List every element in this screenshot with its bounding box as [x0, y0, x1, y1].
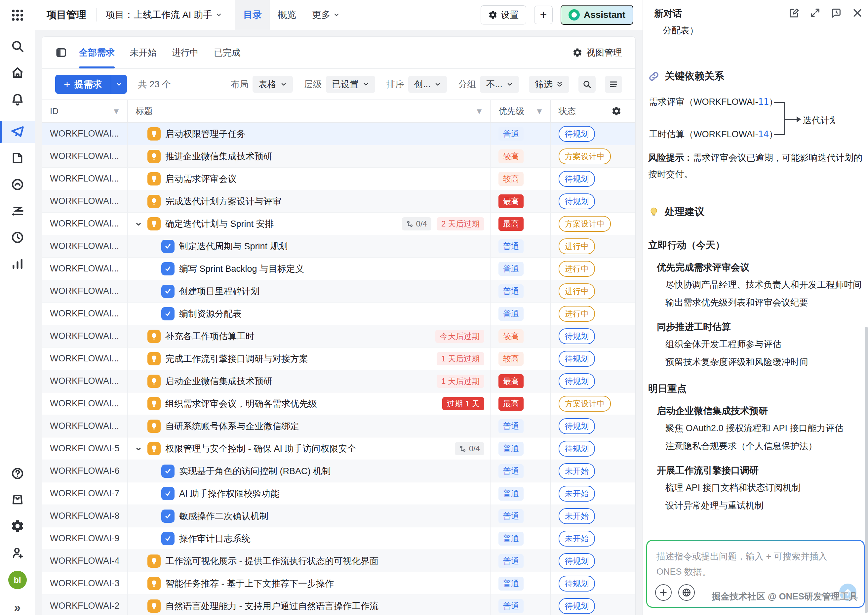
- new-chat-icon[interactable]: [789, 7, 799, 19]
- home-icon[interactable]: [0, 62, 35, 83]
- report-icon[interactable]: [0, 253, 35, 275]
- view-manage-button[interactable]: 视图管理: [572, 47, 622, 59]
- status-pill[interactable]: 方案设计中: [559, 148, 611, 164]
- issue-title[interactable]: 启动需求评审会议: [165, 173, 237, 185]
- collapse-chevron-icon[interactable]: [135, 220, 142, 228]
- sort-select[interactable]: 创...: [408, 76, 447, 93]
- status-pill[interactable]: 未开始: [559, 531, 595, 546]
- table-row[interactable]: WORKFLOWAI... 编写 Sprint Backlog 与目标定义 普通…: [42, 258, 635, 280]
- table-row[interactable]: WORKFLOWAI... 推进企业微信集成技术预研 较高 方案设计中: [42, 145, 635, 168]
- issue-title[interactable]: 敏感操作二次确认机制: [179, 510, 268, 522]
- table-row[interactable]: WORKFLOWAI... 编制资源分配表 普通 进行中: [42, 303, 635, 325]
- layout-select[interactable]: 表格: [252, 76, 293, 93]
- status-pill[interactable]: 待规划: [559, 328, 595, 344]
- issue-title[interactable]: 补充各工作项估算工时: [165, 330, 254, 342]
- hierarchy-select[interactable]: 已设置: [326, 76, 375, 93]
- filter-button[interactable]: 筛选: [529, 76, 569, 93]
- status-pill[interactable]: 进行中: [559, 261, 595, 277]
- document-icon[interactable]: [0, 147, 35, 169]
- settings-button[interactable]: 设置: [481, 5, 526, 25]
- priority-badge[interactable]: 最高: [499, 217, 524, 231]
- target-icon[interactable]: [0, 174, 35, 195]
- issue-title[interactable]: 编制资源分配表: [179, 308, 242, 320]
- table-row[interactable]: WORKFLOWAI-7 AI 助手操作权限校验功能 普通 未开始: [42, 482, 635, 505]
- col-status[interactable]: 状态: [559, 106, 576, 117]
- clock-icon[interactable]: [0, 227, 35, 248]
- table-row[interactable]: WORKFLOWAI... 启动企业微信集成技术预研 1 天后过期 最高 待规划: [42, 370, 635, 392]
- status-pill[interactable]: 未开始: [559, 463, 595, 479]
- priority-badge[interactable]: 普通: [499, 487, 524, 501]
- status-pill[interactable]: 待规划: [559, 553, 595, 569]
- filter-triangle-icon[interactable]: ▼: [477, 108, 482, 115]
- panel-toggle-icon[interactable]: [55, 47, 67, 59]
- status-pill[interactable]: 未开始: [559, 486, 595, 502]
- issue-title[interactable]: 完成迭代计划方案设计与评审: [165, 195, 281, 207]
- scrollbar-thumb[interactable]: [865, 327, 868, 613]
- table-row[interactable]: WORKFLOWAI... 完成迭代计划方案设计与评审 最高 待规划: [42, 190, 635, 212]
- list-settings-button[interactable]: [605, 76, 622, 93]
- subitem-count-badge[interactable]: 0/4: [455, 442, 484, 455]
- expand-icon[interactable]: [809, 7, 821, 19]
- chat-history-icon[interactable]: [831, 7, 842, 19]
- priority-badge[interactable]: 普通: [499, 577, 524, 590]
- issue-title[interactable]: AI 助手操作权限校验功能: [179, 488, 279, 499]
- table-row[interactable]: WORKFLOWAI-9 操作审计日志系统 普通 未开始: [42, 528, 635, 550]
- gear-icon[interactable]: [0, 515, 35, 537]
- issue-title[interactable]: 实现基于角色的访问控制 (RBAC) 机制: [179, 465, 331, 477]
- priority-badge[interactable]: 普通: [499, 262, 524, 276]
- table-row[interactable]: WORKFLOWAI-2 自然语言处理能力 - 支持用户通过自然语言操作工作流 …: [42, 595, 635, 615]
- priority-badge[interactable]: 普通: [499, 464, 524, 478]
- table-row[interactable]: WORKFLOWAI... 确定迭代计划与 Sprint 安排 0/4 2 天后…: [42, 212, 635, 235]
- tab-in-progress[interactable]: 进行中: [172, 37, 199, 69]
- status-pill[interactable]: 进行中: [559, 283, 595, 299]
- issue-title[interactable]: 操作审计日志系统: [179, 533, 251, 545]
- table-row[interactable]: WORKFLOWAI-4 工作流可视化展示 - 提供工作流执行状态的可视化界面 …: [42, 550, 635, 572]
- priority-badge[interactable]: 最高: [499, 194, 524, 208]
- attach-button[interactable]: [655, 584, 672, 601]
- col-title[interactable]: 标题: [136, 106, 153, 117]
- priority-badge[interactable]: 普通: [499, 599, 524, 613]
- table-row[interactable]: WORKFLOWAI-6 实现基于角色的访问控制 (RBAC) 机制 普通 未开…: [42, 460, 635, 482]
- store-icon[interactable]: [0, 489, 35, 510]
- table-row[interactable]: WORKFLOWAI-3 智能任务推荐 - 基于上下文推荐下一步操作 普通 待规…: [42, 572, 635, 595]
- priority-badge[interactable]: 普通: [499, 127, 524, 141]
- status-pill[interactable]: 待规划: [559, 171, 595, 187]
- workflow-icon[interactable]: [0, 200, 35, 222]
- status-pill[interactable]: 待规划: [559, 194, 595, 209]
- apps-grid-icon[interactable]: [0, 5, 35, 26]
- priority-badge[interactable]: 最高: [499, 397, 524, 411]
- issue-title[interactable]: 推进企业微信集成技术预研: [165, 150, 273, 162]
- status-pill[interactable]: 未开始: [559, 508, 595, 524]
- tab-done[interactable]: 已完成: [214, 37, 241, 69]
- table-row[interactable]: WORKFLOWAI... 制定迭代周期与 Sprint 规划 普通 进行中: [42, 235, 635, 258]
- search-icon[interactable]: [0, 36, 35, 57]
- issue-title[interactable]: 权限管理与安全控制 - 确保 AI 助手访问权限安全: [165, 443, 356, 455]
- column-config-button[interactable]: [605, 100, 628, 122]
- assistant-input-placeholder[interactable]: 描述指令或提出问题，输入 + 可搜索并插入 ONES 数据。: [656, 549, 855, 579]
- priority-badge[interactable]: 普通: [499, 419, 524, 433]
- issue-title[interactable]: 组织需求评审会议，明确各需求优先级: [165, 398, 317, 410]
- help-icon[interactable]: [0, 463, 35, 484]
- add-button[interactable]: +: [534, 6, 553, 24]
- issue-title[interactable]: 编写 Sprint Backlog 与目标定义: [179, 263, 304, 275]
- issue-title[interactable]: 自研系统账号体系与企业微信绑定: [165, 420, 299, 432]
- table-row[interactable]: WORKFLOWAI... 自研系统账号体系与企业微信绑定 普通 待规划: [42, 415, 635, 437]
- status-pill[interactable]: 待规划: [559, 373, 595, 389]
- search-button[interactable]: [578, 76, 595, 93]
- subitem-count-badge[interactable]: 0/4: [402, 217, 432, 231]
- status-pill[interactable]: 待规划: [559, 351, 595, 367]
- issue-title[interactable]: 创建项目里程碑计划: [179, 286, 259, 297]
- status-pill[interactable]: 方案设计中: [559, 396, 611, 412]
- priority-badge[interactable]: 普通: [499, 509, 524, 523]
- priority-badge[interactable]: 较高: [499, 352, 524, 366]
- collapse-sidebar-icon[interactable]: »: [0, 597, 35, 615]
- priority-badge[interactable]: 较高: [499, 150, 524, 163]
- col-id[interactable]: ID: [50, 106, 59, 116]
- nav-item-overview[interactable]: 概览: [270, 0, 304, 30]
- status-pill[interactable]: 待规划: [559, 418, 595, 434]
- status-pill[interactable]: 待规划: [559, 598, 595, 614]
- table-row[interactable]: WORKFLOWAI... 补充各工作项估算工时 今天后过期 较高 待规划: [42, 325, 635, 348]
- priority-badge[interactable]: 较高: [499, 172, 524, 186]
- assistant-button[interactable]: Assistant: [561, 5, 633, 25]
- issue-title[interactable]: 工作流可视化展示 - 提供工作流执行状态的可视化界面: [165, 555, 379, 567]
